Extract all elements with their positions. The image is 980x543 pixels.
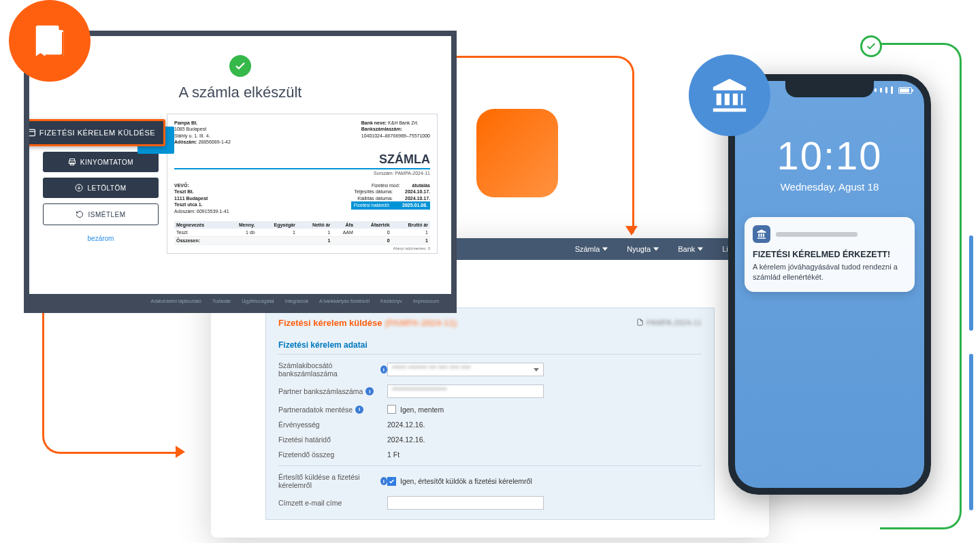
form-section-title: Fizetési kérelem adatai [278, 340, 702, 355]
button-label: FIZETÉSI KÉRELEM KÜLDÉSE [39, 129, 155, 137]
invoice-meta: Fizetési mód:átutalás Teljesítés dátuma:… [351, 182, 430, 214]
phone-status-bar [875, 86, 912, 94]
nav-item[interactable]: Bank [678, 245, 703, 253]
invoice-line-items: MegnevezésMenny.EgységárNettó árÁfaÁfaér… [174, 221, 430, 245]
button-label: ISMÉTLEM [88, 211, 125, 218]
invoice-serial: Sorszám: PAMPA-2024-11 [174, 171, 430, 176]
panel-footer-links: Adatvédelmi tájékoztatóTudástárÜgyfélszo… [29, 294, 451, 308]
notification-title: FIZETÉSI KÉRELMED ÉRKEZETT! [753, 250, 906, 259]
notification-app-name-placeholder [776, 232, 858, 237]
field-label: Számlakibocsátó bankszámlaszámai [278, 361, 387, 378]
flow-arrow-1-head [625, 226, 638, 235]
send-payment-request-button[interactable]: FIZETÉSI KÉRELEM KÜLDÉSE [24, 119, 165, 146]
info-icon[interactable]: i [380, 477, 387, 485]
file-name: PAMPA-2024-11 [647, 318, 702, 327]
notification-card[interactable]: FIZETÉSI KÉRELMED ÉRKEZETT! A kérelem jó… [745, 217, 915, 292]
footer-link[interactable]: Kézikönyv [380, 299, 402, 303]
phone-mockup: 10:10 Wednesday, Agust 18 FIZETÉSI KÉREL… [728, 74, 931, 495]
validity-value: 2024.12.16. [387, 421, 425, 429]
invoice-title: SZÁMLA [174, 152, 430, 169]
decorative-bar [969, 354, 973, 510]
download-button[interactable]: LETÖLTÖM [43, 178, 159, 198]
checkbox-label: Igen, mentem [400, 406, 444, 414]
flow-arrow-2-corner [42, 433, 178, 454]
notification-app-icon [753, 225, 770, 243]
info-icon[interactable]: i [365, 387, 374, 395]
footer-link[interactable]: Impresszum [413, 299, 439, 303]
save-partner-checkbox[interactable] [387, 405, 396, 414]
amount-value: 1 Ft [387, 450, 399, 459]
footer-link[interactable]: A bankkártyás fizetésről [319, 299, 370, 303]
button-label: KINYOMTATOM [80, 159, 133, 166]
svg-rect-3 [26, 129, 35, 135]
success-check-icon [229, 55, 251, 77]
lockscreen-time: 10:10 [735, 133, 924, 178]
footer-link[interactable]: Ügyfélszolgálat [242, 299, 274, 303]
print-button[interactable]: KINYOMTATOM [43, 152, 159, 172]
invoice-preview: Pampa Bt. 1085 Budapest Stáhly u. 1. III… [167, 114, 438, 254]
step-icon-invoice [9, 0, 91, 82]
notify-checkbox[interactable] [387, 477, 396, 486]
info-icon[interactable]: i [380, 365, 387, 374]
field-label: Értesítő küldése a fizetési kérelemrőli [278, 473, 387, 489]
invoice-tax-summary: Alanyi adómentes: 0 [174, 246, 430, 250]
footer-link[interactable]: Tudástár [212, 299, 231, 303]
nav-item[interactable]: Számla [575, 245, 608, 253]
button-label: LETÖLTÖM [87, 184, 126, 192]
footer-link[interactable]: Adatvédelmi tájékoztató [151, 299, 201, 303]
issuer-account-select[interactable]: •••••• •••••••• ••• •••• •••• •••• [387, 363, 544, 376]
field-label: Partner bankszámlaszámai [278, 387, 387, 395]
bank-block: Bank neve: K&H Bank Zrt. Bankszámlaszám:… [361, 120, 430, 146]
file-link[interactable]: PAMPA-2024-11 [636, 318, 702, 327]
flow-arrow-2-head [176, 446, 185, 458]
panel-title: A számla elkészült [29, 84, 451, 101]
form-card: PAMPA-2024-11 Fizetési kérelem küldése(P… [265, 308, 715, 520]
decorative-bar [969, 235, 973, 331]
success-check-icon [860, 35, 882, 57]
phone-notch [785, 81, 874, 97]
repeat-button[interactable]: ISMÉTLEM [43, 203, 159, 225]
partner-account-input[interactable]: ••••••••••••••••••••••• [387, 384, 544, 398]
field-label: Címzett e-mail címe [278, 499, 387, 507]
flow-arrow-2 [42, 313, 44, 435]
lockscreen-date: Wednesday, Agust 18 [735, 181, 924, 193]
field-label: Fizetési határidő [278, 435, 387, 444]
buyer-block: VEVŐ: Teszt Bt. 1111 Budapest Teszt utca… [174, 182, 229, 214]
close-link[interactable]: bezárom [43, 235, 159, 242]
recipient-email-input[interactable] [387, 496, 544, 510]
flow-arrow-1 [457, 56, 634, 233]
info-icon[interactable]: i [355, 406, 363, 414]
action-button-column: FIZETÉSI KÉRELEM KÜLDÉSE KINYOMTATOM LET… [43, 119, 159, 254]
step-icon-bank [689, 54, 770, 136]
notification-body: A kérelem jóváhagyásával tudod rendezni … [753, 262, 906, 282]
footer-link[interactable]: Integrációk [285, 299, 308, 303]
field-label: Partneradatok mentései [278, 406, 387, 414]
seller-block: Pampa Bt. 1085 Budapest Stáhly u. 1. III… [174, 120, 231, 146]
invoice-done-panel: A számla elkészült FIZETÉSI KÉRELEM KÜLD… [24, 31, 457, 313]
field-label: Fizetendő összeg [278, 450, 387, 459]
svg-rect-2 [44, 30, 62, 54]
deadline-value: 2024.12.16. [387, 435, 425, 444]
checkbox-label: Igen, értesítőt küldök a fizetési kérele… [400, 477, 532, 485]
field-label: Érvényesség [278, 421, 387, 429]
nav-item[interactable]: Nyugta [627, 245, 659, 253]
